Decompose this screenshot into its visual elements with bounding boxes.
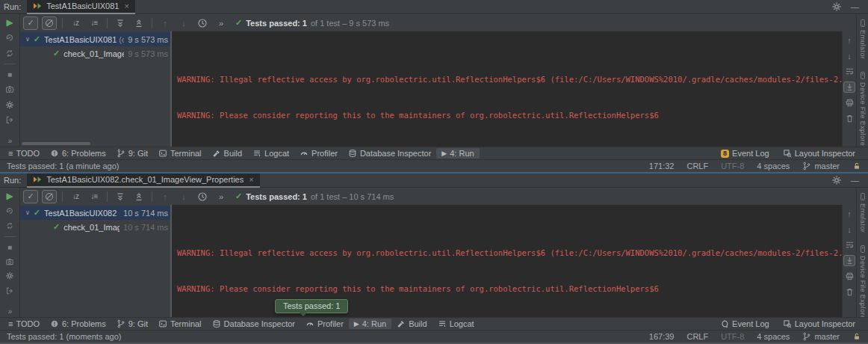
next-failed-test-button[interactable]: ↓ xyxy=(176,190,191,203)
lock-widget[interactable] xyxy=(852,332,861,341)
minimize-icon[interactable]: — xyxy=(851,2,859,11)
run-tab-testa1basicuix081[interactable]: TestA1BasicUIX081 × xyxy=(27,0,135,14)
import-test-results-icon[interactable] xyxy=(4,286,15,295)
screenshot-camera-icon[interactable] xyxy=(4,257,15,266)
lock-widget[interactable] xyxy=(852,162,861,171)
soft-wrap-button[interactable] xyxy=(843,239,855,251)
toolwindow-button-git[interactable]: 9: Git xyxy=(111,148,153,159)
toolwindow-button-todo[interactable]: ≡TODO xyxy=(3,148,45,159)
scroll-up-icon[interactable]: ↑ xyxy=(843,34,855,46)
console-output-2[interactable]: WARNING: Illegal reflective access by or… xyxy=(172,205,842,317)
toolwindow-tab-emulator[interactable]: Emulator xyxy=(858,192,867,233)
sort-alphabetically-button[interactable]: ↓z xyxy=(68,190,83,203)
close-tab-icon[interactable]: × xyxy=(124,1,128,10)
settings-gear-icon[interactable] xyxy=(831,175,842,185)
refresh-icon[interactable] xyxy=(4,221,15,230)
toolwindow-button-database-inspector[interactable]: Database Inspector xyxy=(343,148,436,159)
line-separator[interactable]: CRLF xyxy=(686,162,708,171)
indent-setting[interactable]: 4 spaces xyxy=(757,162,790,171)
scroll-down-icon[interactable]: ↓ xyxy=(843,224,855,235)
more-actions-chevrons-icon[interactable]: » xyxy=(214,190,229,203)
toolwindow-button-run[interactable]: ▶4: Run xyxy=(349,319,391,329)
show-passed-button[interactable]: ✓ xyxy=(23,190,38,203)
test-tree-root-row[interactable]: ∨ ✓ TestA1BasicUIX082 (org.aplas.basica … xyxy=(20,206,170,220)
test-history-button[interactable] xyxy=(195,190,210,203)
scroll-to-end-button[interactable] xyxy=(843,82,855,93)
stop-icon[interactable]: ■ xyxy=(7,70,12,79)
rerun-tests-button[interactable]: ▶ xyxy=(6,191,13,200)
toolwindow-tab-emulator[interactable]: Emulator xyxy=(858,19,867,59)
hide-toolbar-chevrons-icon[interactable]: » xyxy=(8,307,12,317)
toolwindow-tab-device-file-explorer[interactable]: Device File Explorer xyxy=(858,245,867,322)
collapse-all-button[interactable] xyxy=(131,16,146,30)
toolwindow-button-logcat[interactable]: Logcat xyxy=(247,148,294,159)
toolwindow-button-build[interactable]: Build xyxy=(207,148,247,159)
expand-all-button[interactable] xyxy=(113,190,128,203)
rerun-tests-button[interactable]: ▶ xyxy=(6,18,13,27)
scroll-to-end-button[interactable] xyxy=(843,255,855,266)
git-branch-widget[interactable]: master xyxy=(802,332,840,341)
tree-horizontal-scrollbar[interactable] xyxy=(22,142,90,145)
collapse-all-button[interactable] xyxy=(131,190,146,203)
settings-gear-icon[interactable] xyxy=(831,1,842,12)
previous-failed-test-button[interactable]: ↑ xyxy=(158,16,173,30)
console-output-1[interactable]: WARNING: Illegal reflective access by or… xyxy=(172,31,842,147)
toolwindow-button-todo[interactable]: ≡TODO xyxy=(3,319,45,329)
toolwindow-button-run[interactable]: ▶4: Run xyxy=(436,148,479,159)
previous-failed-test-button[interactable]: ↑ xyxy=(158,190,173,203)
chevron-down-icon[interactable]: ∨ xyxy=(25,36,30,43)
toolwindow-button-git[interactable]: 9: Git xyxy=(111,319,153,329)
sort-alphabetically-button[interactable]: ↓z xyxy=(68,16,83,30)
clear-all-button[interactable] xyxy=(843,286,855,298)
line-separator[interactable]: CRLF xyxy=(686,332,708,341)
more-actions-chevrons-icon[interactable]: » xyxy=(214,16,229,30)
indent-setting[interactable]: 4 spaces xyxy=(757,332,790,341)
toolwindow-button-problems[interactable]: 6: Problems xyxy=(45,319,111,329)
hide-toolbar-chevrons-icon[interactable]: » xyxy=(8,137,12,147)
sort-by-duration-button[interactable]: ↓≡ xyxy=(87,190,102,203)
close-tab-icon[interactable]: × xyxy=(249,175,253,184)
toolwindow-button-database-inspector[interactable]: Database Inspector xyxy=(207,319,300,329)
show-ignored-button[interactable] xyxy=(42,190,57,203)
scroll-up-icon[interactable]: ↑ xyxy=(843,208,855,219)
toolwindow-button-logcat[interactable]: Logcat xyxy=(433,319,480,329)
caret-position[interactable]: 171:32 xyxy=(649,162,675,171)
file-encoding[interactable]: UTF-8 xyxy=(721,332,744,341)
test-tree-root-row[interactable]: ∨ ✓ TestA1BasicUIX081 (org.aplas.basica … xyxy=(20,32,170,46)
screenshot-camera-icon[interactable] xyxy=(4,85,15,94)
rerun-failed-tests-icon[interactable] xyxy=(4,33,15,43)
toolwindow-tab-device-file-explorer[interactable]: Device File Explorer xyxy=(858,71,867,149)
git-branch-widget[interactable]: master xyxy=(802,162,840,171)
clear-all-button[interactable] xyxy=(843,113,855,124)
next-failed-test-button[interactable]: ↓ xyxy=(176,16,191,30)
print-button[interactable] xyxy=(843,271,855,282)
rerun-failed-tests-icon[interactable] xyxy=(4,206,15,215)
expand-all-button[interactable] xyxy=(113,16,128,30)
test-settings-gear-icon[interactable] xyxy=(4,271,15,280)
test-tree-child-row[interactable]: ✓ check_01_ImageView_Properties 10 s 714… xyxy=(20,220,170,234)
refresh-icon[interactable] xyxy=(4,49,15,58)
test-settings-gear-icon[interactable] xyxy=(4,100,15,110)
layout-inspector-button[interactable]: Layout Inspector xyxy=(778,319,861,329)
file-encoding[interactable]: UTF-8 xyxy=(721,162,744,171)
layout-inspector-button[interactable]: Layout Inspector xyxy=(778,148,861,159)
event-log-button[interactable]: 8Event Log xyxy=(716,148,775,159)
show-ignored-button[interactable] xyxy=(42,16,57,30)
toolwindow-button-terminal[interactable]: Terminal xyxy=(153,148,207,159)
event-log-button[interactable]: Event Log xyxy=(715,319,775,329)
import-test-results-icon[interactable] xyxy=(4,115,15,125)
test-history-button[interactable] xyxy=(195,16,210,30)
stop-icon[interactable]: ■ xyxy=(7,243,12,251)
test-tree-child-row[interactable]: ✓ check_01_Image_Resources 9 s 573 ms xyxy=(20,46,170,61)
print-button[interactable] xyxy=(843,97,855,108)
run-tab-testa1basicuix082[interactable]: TestA1BasicUIX082.check_01_ImageView_Pro… xyxy=(27,173,259,188)
toolwindow-button-build[interactable]: Build xyxy=(391,319,432,329)
chevron-down-icon[interactable]: ∨ xyxy=(25,209,30,216)
toolwindow-button-problems[interactable]: 6: Problems xyxy=(45,148,111,159)
scroll-down-icon[interactable]: ↓ xyxy=(843,50,855,61)
minimize-icon[interactable]: — xyxy=(851,176,859,185)
toolwindow-button-profiler[interactable]: Profiler xyxy=(294,148,343,159)
show-passed-button[interactable]: ✓ xyxy=(23,16,38,30)
toolwindow-button-profiler[interactable]: Profiler xyxy=(300,319,349,329)
caret-position[interactable]: 167:39 xyxy=(649,332,675,341)
